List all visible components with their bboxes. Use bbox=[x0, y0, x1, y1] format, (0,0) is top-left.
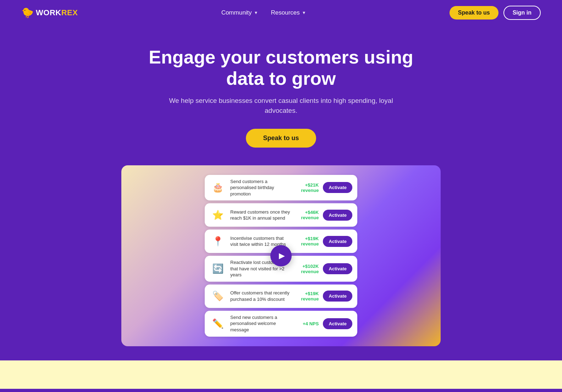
card-text: Offer customers that recently purchased … bbox=[230, 290, 292, 302]
card-revenue: +$19K revenue bbox=[296, 291, 319, 302]
revenue-label: revenue bbox=[296, 241, 319, 247]
activate-button[interactable]: Activate bbox=[323, 318, 352, 329]
card-icon: 🎂 bbox=[210, 180, 226, 196]
navbar: 🐤 WORKREX Community ▼ Resources ▼ Speak … bbox=[0, 0, 562, 26]
hero-cta-button[interactable]: Speak to us bbox=[246, 129, 316, 148]
activate-button[interactable]: Activate bbox=[323, 291, 352, 302]
speak-to-us-button[interactable]: Speak to us bbox=[450, 6, 498, 20]
revenue-value: +$19K bbox=[296, 236, 319, 241]
revenue-label: revenue bbox=[296, 188, 319, 193]
card-icon: ✏️ bbox=[210, 315, 226, 332]
activate-button[interactable]: Activate bbox=[323, 210, 352, 221]
card-text: Reward customers once they reach $1K in … bbox=[230, 209, 292, 221]
revenue-label: revenue bbox=[296, 296, 319, 302]
revenue-label: revenue bbox=[296, 269, 319, 274]
logo[interactable]: 🐤 WORKREX bbox=[21, 8, 78, 18]
bottom-strip bbox=[0, 360, 562, 389]
promo-card: 🏷️ Offer customers that recently purchas… bbox=[205, 285, 357, 308]
activate-button[interactable]: Activate bbox=[323, 182, 352, 193]
community-label: Community bbox=[221, 9, 252, 16]
resources-label: Resources bbox=[271, 9, 299, 16]
revenue-value: +$19K bbox=[296, 291, 319, 296]
hero-subtext: We help service businesses convert casua… bbox=[167, 96, 395, 116]
revenue-value: +4 NPS bbox=[296, 321, 319, 326]
card-icon: 🔄 bbox=[210, 261, 226, 277]
play-icon: ▶ bbox=[279, 252, 285, 260]
revenue-value: +$21K bbox=[296, 182, 319, 188]
revenue-value: +$102K bbox=[296, 264, 319, 269]
activate-button[interactable]: Activate bbox=[323, 236, 352, 247]
revenue-label: revenue bbox=[296, 215, 319, 220]
card-text: Send new customers a personalised welcom… bbox=[230, 314, 292, 333]
nav-center: Community ▼ Resources ▼ bbox=[221, 9, 306, 16]
card-revenue: +$102K revenue bbox=[296, 264, 319, 274]
promo-card: ⭐ Reward customers once they reach $1K i… bbox=[205, 203, 357, 227]
card-text: Send customers a personalised birthday p… bbox=[230, 178, 292, 197]
card-revenue: +$19K revenue bbox=[296, 236, 319, 247]
promo-card: 🎂 Send customers a personalised birthday… bbox=[205, 175, 357, 201]
card-icon: 📍 bbox=[210, 233, 226, 249]
hero-headline: Engage your customers using data to grow bbox=[146, 47, 416, 89]
promo-card: ✏️ Send new customers a personalised wel… bbox=[205, 311, 357, 337]
resources-chevron-icon: ▼ bbox=[302, 10, 306, 15]
nav-community[interactable]: Community ▼ bbox=[221, 9, 258, 16]
community-chevron-icon: ▼ bbox=[254, 10, 258, 15]
revenue-value: +$46K bbox=[296, 210, 319, 215]
hero-section: Engage your customers using data to grow… bbox=[0, 26, 562, 165]
video-container: 🎂 Send customers a personalised birthday… bbox=[121, 165, 441, 346]
card-icon: ⭐ bbox=[210, 207, 226, 223]
logo-text: WORKREX bbox=[36, 8, 78, 17]
logo-bird-icon: 🐤 bbox=[21, 8, 34, 18]
activate-button[interactable]: Activate bbox=[323, 263, 352, 274]
card-revenue: +$46K revenue bbox=[296, 210, 319, 220]
card-revenue: +$21K revenue bbox=[296, 182, 319, 193]
card-icon: 🏷️ bbox=[210, 288, 226, 304]
sign-in-button[interactable]: Sign in bbox=[503, 6, 541, 20]
nav-right: Speak to us Sign in bbox=[450, 6, 541, 20]
play-button[interactable]: ▶ bbox=[270, 245, 292, 266]
nav-resources[interactable]: Resources ▼ bbox=[271, 9, 306, 16]
video-section: 🎂 Send customers a personalised birthday… bbox=[0, 165, 562, 360]
card-revenue: +4 NPS bbox=[296, 321, 319, 326]
